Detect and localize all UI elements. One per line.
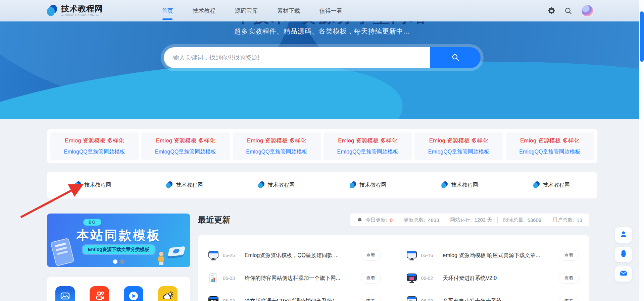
person-icon: [620, 230, 628, 240]
article-favicon: [208, 250, 219, 260]
hero-search-bar: [161, 44, 484, 71]
user-contact-button[interactable]: [615, 227, 632, 243]
partner-logo[interactable]: 技术教程网: [506, 181, 597, 189]
site-logo-icon: [47, 5, 58, 17]
template-card-link[interactable]: EmlogQQ皇族管同款模板: [508, 148, 592, 156]
gallery-app-icon[interactable]: [55, 286, 75, 301]
nav-item-materials[interactable]: 素材下载: [277, 0, 300, 21]
template-card[interactable]: Emlog 资源模板 多样化 EmlogQQ皇族管同款模板: [141, 132, 230, 160]
article-row: 06-03 给你的博客网站侧边栏添加一个旗下网... 查看: [208, 267, 381, 290]
hero-search-input[interactable]: [164, 47, 430, 68]
article-title[interactable]: 天环付费进群系统V2.0: [443, 275, 553, 282]
template-card-link[interactable]: EmlogQQ皇族管同款模板: [52, 148, 137, 156]
site-logo-icon: [441, 181, 448, 189]
view-button[interactable]: 查看: [361, 273, 381, 284]
template-card-title[interactable]: Emlog 资源模板 多样化: [143, 137, 228, 144]
article-date: 06-02: [421, 276, 433, 281]
article-date: 05-25: [223, 253, 235, 258]
search-icon[interactable]: [564, 7, 572, 15]
divider: [547, 217, 547, 223]
stat-total-updates: 更新总数:4833: [404, 217, 439, 223]
carousel-dot[interactable]: [120, 259, 125, 264]
divider: [445, 217, 445, 223]
template-cards-row: Emlog 资源模板 多样化 EmlogQQ皇族管同款模板 Emlog 资源模板…: [47, 129, 597, 163]
article-title[interactable]: emlog 资源哟模板 响应式资源下载文章...: [443, 252, 553, 259]
view-button[interactable]: 查看: [361, 250, 381, 261]
template-card-link[interactable]: EmlogQQ皇族管同款模板: [235, 148, 319, 156]
scrollbar-thumb[interactable]: [640, 11, 644, 62]
recent-updates-title: 最近更新: [198, 215, 230, 225]
site-stats-bar: 今日更新:0 更新总数:4833 网站运行:1202 天 阅读总量:53609: [350, 214, 589, 226]
kuaishou-app-icon[interactable]: [90, 286, 109, 301]
partner-logo-label: 技术教程网: [543, 182, 570, 189]
partner-logo-row: 技术教程网 技术教程网 技术教程网 技术教程网 技术教程网 技术教程网: [47, 172, 597, 198]
video-app-icon[interactable]: [124, 286, 143, 301]
template-card-title[interactable]: Emlog 资源模板 多样化: [416, 137, 501, 144]
divider: [497, 217, 498, 223]
partner-logo[interactable]: 技术教程网: [322, 181, 414, 189]
page-scrollbar[interactable]: [639, 0, 644, 301]
bell-icon: [357, 217, 362, 223]
article-title[interactable]: Emlog资源资讯模板，QQ皇族馆同款 ...: [245, 252, 355, 259]
carousel-dot-active[interactable]: [113, 259, 117, 264]
search-icon: [451, 53, 459, 62]
nav-item-home[interactable]: 首页: [162, 0, 173, 21]
hero-search-button[interactable]: [430, 47, 481, 68]
site-logo-icon: [533, 181, 540, 189]
partner-logo[interactable]: 技术教程网: [414, 181, 505, 189]
partner-logo[interactable]: 技术教程网: [231, 181, 322, 189]
template-card-link[interactable]: EmlogQQ皇族管同款模板: [416, 148, 501, 156]
view-button[interactable]: 查看: [361, 296, 381, 301]
template-card[interactable]: Emlog 资源模板 多样化 EmlogQQ皇族管同款模板: [233, 132, 321, 160]
mail-contact-button[interactable]: [615, 266, 632, 282]
stat-days-running: 网站运行:1202 天: [450, 217, 492, 223]
template-card-title[interactable]: Emlog 资源模板 多样化: [52, 137, 137, 144]
site-logo[interactable]: 技术教程网 — WWW.JISHUC.COM —: [47, 5, 103, 17]
partner-logo[interactable]: 技术教程网: [47, 181, 139, 189]
site-logo-icon: [258, 181, 265, 189]
view-button[interactable]: 查看: [559, 296, 579, 301]
article-favicon: [406, 250, 417, 260]
nav-item-source-code[interactable]: 源码宝库: [235, 0, 258, 21]
template-card-title[interactable]: Emlog 资源模板 多样化: [326, 137, 410, 144]
article-row: 06-02 多平台自动发卡售卡系统 查看: [406, 290, 579, 301]
divider: [239, 253, 239, 258]
article-title[interactable]: 独立版联通卡CPS/联通分销佣金系统/...: [245, 298, 355, 301]
banner-person-illustration: [158, 252, 164, 265]
template-card[interactable]: Emlog 资源模板 多样化 EmlogQQ皇族管同款模板: [414, 132, 503, 160]
article-date: 06-02: [421, 298, 433, 301]
template-card-title[interactable]: Emlog 资源模板 多样化: [235, 137, 319, 144]
template-card[interactable]: Emlog 资源模板 多样化 EmlogQQ皇族管同款模板: [506, 132, 594, 160]
promo-banner-carousel[interactable]: DG 本站同款模板 Emlog资源下载文章分类模板: [47, 214, 190, 267]
partner-logo-label: 技术教程网: [359, 182, 386, 189]
article-date: 06-02: [223, 298, 235, 301]
qq-penguin-icon: [619, 249, 628, 259]
user-avatar[interactable]: [581, 4, 594, 17]
article-title[interactable]: 给你的博客网站侧边栏添加一个旗下网...: [245, 275, 355, 282]
template-card[interactable]: Emlog 资源模板 多样化 EmlogQQ皇族管同款模板: [50, 132, 139, 160]
qq-contact-button[interactable]: [615, 247, 632, 262]
recent-articles-list: 05-25 Emlog资源资讯模板，QQ皇族馆同款 ... 查看 05-16 e…: [198, 235, 589, 301]
template-card-link[interactable]: EmlogQQ皇族管同款模板: [143, 148, 228, 156]
weather-app-icon[interactable]: [158, 286, 178, 301]
article-favicon: [406, 296, 417, 301]
template-card-title[interactable]: Emlog 资源模板 多样化: [508, 137, 592, 144]
nav-item-worth-reading[interactable]: 值得一看: [319, 0, 342, 21]
template-card[interactable]: Emlog 资源模板 多样化 EmlogQQ皇族管同款模板: [324, 132, 412, 160]
nav-item-tutorials[interactable]: 技术教程: [193, 0, 215, 21]
view-button[interactable]: 查看: [559, 250, 579, 261]
banner-button-illustration: [168, 246, 186, 257]
view-button[interactable]: 查看: [559, 273, 579, 284]
article-title[interactable]: 多平台自动发卡售卡系统: [443, 298, 553, 301]
divider: [398, 217, 398, 223]
article-favicon: [208, 296, 219, 301]
site-logo-title: 技术教程网: [61, 5, 103, 13]
partner-logo-label: 技术教程网: [268, 182, 295, 189]
divider: [239, 299, 239, 301]
partner-logo-label: 技术教程网: [451, 182, 478, 189]
divider: [437, 253, 437, 258]
divider: [437, 276, 437, 281]
partner-logo[interactable]: 技术教程网: [139, 181, 230, 189]
gear-icon[interactable]: [547, 7, 555, 15]
template-card-link[interactable]: EmlogQQ皇族管同款模板: [326, 148, 410, 156]
